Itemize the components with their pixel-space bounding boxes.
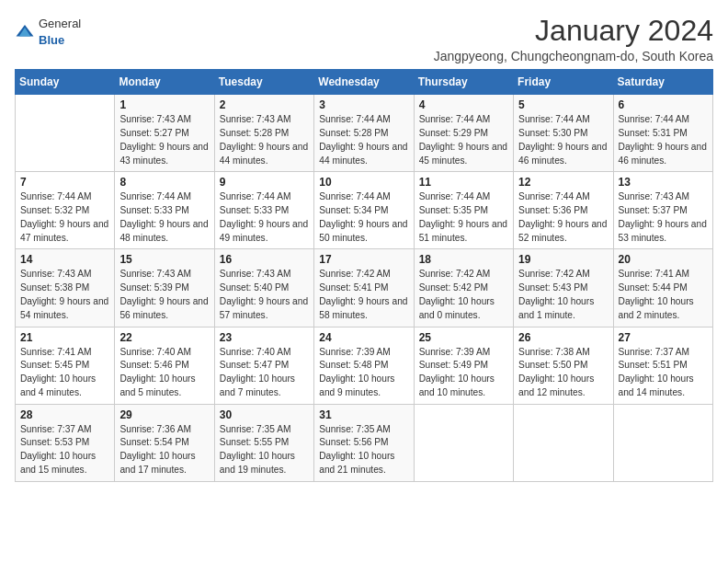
day-number: 1 [119, 98, 209, 111]
calendar-cell: 25Sunrise: 7:39 AM Sunset: 5:49 PM Dayli… [414, 327, 513, 404]
day-number: 3 [319, 98, 408, 111]
weekday-tuesday: Tuesday [214, 70, 313, 95]
calendar-header: SundayMondayTuesdayWednesdayThursdayFrid… [16, 70, 713, 95]
day-info: Sunrise: 7:40 AM Sunset: 5:46 PM Dayligh… [119, 346, 209, 400]
day-info: Sunrise: 7:37 AM Sunset: 5:51 PM Dayligh… [619, 346, 708, 400]
calendar-cell: 8Sunrise: 7:44 AM Sunset: 5:33 PM Daylig… [115, 172, 214, 249]
weekday-monday: Monday [115, 70, 214, 95]
calendar-cell: 1Sunrise: 7:43 AM Sunset: 5:27 PM Daylig… [115, 95, 214, 172]
day-number: 10 [319, 176, 408, 189]
day-number: 19 [518, 253, 608, 266]
day-number: 11 [419, 176, 508, 189]
calendar-cell: 31Sunrise: 7:35 AM Sunset: 5:56 PM Dayli… [314, 404, 414, 481]
day-info: Sunrise: 7:43 AM Sunset: 5:38 PM Dayligh… [20, 268, 109, 322]
day-number: 2 [220, 98, 309, 111]
calendar-cell: 10Sunrise: 7:44 AM Sunset: 5:34 PM Dayli… [314, 172, 414, 249]
week-row-1: 1Sunrise: 7:43 AM Sunset: 5:27 PM Daylig… [16, 95, 713, 172]
day-number: 13 [619, 176, 708, 189]
day-info: Sunrise: 7:44 AM Sunset: 5:32 PM Dayligh… [20, 190, 109, 245]
week-row-5: 28Sunrise: 7:37 AM Sunset: 5:53 PM Dayli… [16, 404, 713, 481]
calendar-cell: 27Sunrise: 7:37 AM Sunset: 5:51 PM Dayli… [613, 327, 712, 404]
calendar-cell [16, 95, 115, 172]
day-info: Sunrise: 7:35 AM Sunset: 5:55 PM Dayligh… [220, 423, 309, 477]
day-info: Sunrise: 7:44 AM Sunset: 5:28 PM Dayligh… [319, 113, 408, 167]
day-info: Sunrise: 7:41 AM Sunset: 5:45 PM Dayligh… [20, 346, 109, 400]
weekday-friday: Friday [514, 70, 613, 95]
month-title: January 2024 [434, 15, 713, 47]
logo-text-general: General [39, 17, 81, 30]
day-number: 18 [419, 253, 508, 266]
calendar-cell: 9Sunrise: 7:44 AM Sunset: 5:33 PM Daylig… [214, 172, 313, 249]
day-info: Sunrise: 7:35 AM Sunset: 5:56 PM Dayligh… [319, 423, 408, 477]
logo: General Blue [15, 15, 81, 48]
day-info: Sunrise: 7:37 AM Sunset: 5:53 PM Dayligh… [20, 423, 109, 477]
calendar-cell: 4Sunrise: 7:44 AM Sunset: 5:29 PM Daylig… [414, 95, 513, 172]
calendar-cell: 28Sunrise: 7:37 AM Sunset: 5:53 PM Dayli… [16, 404, 115, 481]
calendar-cell: 13Sunrise: 7:43 AM Sunset: 5:37 PM Dayli… [613, 172, 712, 249]
weekday-wednesday: Wednesday [314, 70, 414, 95]
calendar-cell: 7Sunrise: 7:44 AM Sunset: 5:32 PM Daylig… [16, 172, 115, 249]
calendar-cell: 2Sunrise: 7:43 AM Sunset: 5:28 PM Daylig… [214, 95, 313, 172]
weekday-header-row: SundayMondayTuesdayWednesdayThursdayFrid… [16, 70, 713, 95]
title-block: January 2024 Jangpyeong, Chungcheongnam-… [434, 15, 713, 63]
calendar-cell: 30Sunrise: 7:35 AM Sunset: 5:55 PM Dayli… [214, 404, 313, 481]
day-number: 30 [220, 408, 309, 421]
day-number: 7 [20, 176, 109, 189]
day-info: Sunrise: 7:43 AM Sunset: 5:39 PM Dayligh… [119, 268, 209, 322]
weekday-thursday: Thursday [414, 70, 513, 95]
day-info: Sunrise: 7:42 AM Sunset: 5:43 PM Dayligh… [518, 268, 608, 322]
day-info: Sunrise: 7:38 AM Sunset: 5:50 PM Dayligh… [518, 346, 608, 400]
weekday-saturday: Saturday [613, 70, 712, 95]
day-info: Sunrise: 7:44 AM Sunset: 5:30 PM Dayligh… [518, 113, 608, 167]
day-info: Sunrise: 7:40 AM Sunset: 5:47 PM Dayligh… [220, 346, 309, 400]
calendar-cell: 19Sunrise: 7:42 AM Sunset: 5:43 PM Dayli… [514, 249, 613, 327]
day-number: 26 [518, 331, 608, 344]
day-number: 9 [220, 176, 309, 189]
calendar-cell: 18Sunrise: 7:42 AM Sunset: 5:42 PM Dayli… [414, 249, 513, 327]
day-info: Sunrise: 7:43 AM Sunset: 5:28 PM Dayligh… [220, 113, 309, 167]
day-number: 28 [20, 408, 109, 421]
logo-icon [15, 23, 35, 40]
page-header: General Blue January 2024 Jangpyeong, Ch… [15, 15, 713, 63]
day-info: Sunrise: 7:39 AM Sunset: 5:49 PM Dayligh… [419, 346, 508, 400]
day-info: Sunrise: 7:44 AM Sunset: 5:29 PM Dayligh… [419, 113, 508, 167]
calendar-cell: 5Sunrise: 7:44 AM Sunset: 5:30 PM Daylig… [514, 95, 613, 172]
calendar-cell: 6Sunrise: 7:44 AM Sunset: 5:31 PM Daylig… [613, 95, 712, 172]
day-info: Sunrise: 7:39 AM Sunset: 5:48 PM Dayligh… [319, 346, 408, 400]
calendar-cell: 21Sunrise: 7:41 AM Sunset: 5:45 PM Dayli… [16, 327, 115, 404]
calendar-cell: 26Sunrise: 7:38 AM Sunset: 5:50 PM Dayli… [514, 327, 613, 404]
day-info: Sunrise: 7:44 AM Sunset: 5:35 PM Dayligh… [419, 190, 508, 245]
day-number: 21 [20, 331, 109, 344]
day-info: Sunrise: 7:36 AM Sunset: 5:54 PM Dayligh… [119, 423, 209, 477]
calendar-cell: 29Sunrise: 7:36 AM Sunset: 5:54 PM Dayli… [115, 404, 214, 481]
calendar-table: SundayMondayTuesdayWednesdayThursdayFrid… [15, 69, 713, 482]
calendar-cell: 14Sunrise: 7:43 AM Sunset: 5:38 PM Dayli… [16, 249, 115, 327]
day-info: Sunrise: 7:42 AM Sunset: 5:42 PM Dayligh… [419, 268, 508, 322]
day-number: 20 [619, 253, 708, 266]
day-number: 14 [20, 253, 109, 266]
calendar-cell: 12Sunrise: 7:44 AM Sunset: 5:36 PM Dayli… [514, 172, 613, 249]
day-number: 17 [319, 253, 408, 266]
day-info: Sunrise: 7:41 AM Sunset: 5:44 PM Dayligh… [619, 268, 708, 322]
day-number: 12 [518, 176, 608, 189]
calendar-cell: 16Sunrise: 7:43 AM Sunset: 5:40 PM Dayli… [214, 249, 313, 327]
calendar-cell: 24Sunrise: 7:39 AM Sunset: 5:48 PM Dayli… [314, 327, 414, 404]
day-info: Sunrise: 7:42 AM Sunset: 5:41 PM Dayligh… [319, 268, 408, 322]
week-row-3: 14Sunrise: 7:43 AM Sunset: 5:38 PM Dayli… [16, 249, 713, 327]
day-number: 23 [220, 331, 309, 344]
calendar-cell: 22Sunrise: 7:40 AM Sunset: 5:46 PM Dayli… [115, 327, 214, 404]
calendar-cell: 3Sunrise: 7:44 AM Sunset: 5:28 PM Daylig… [314, 95, 414, 172]
weekday-sunday: Sunday [16, 70, 115, 95]
day-number: 29 [119, 408, 209, 421]
day-info: Sunrise: 7:43 AM Sunset: 5:27 PM Dayligh… [119, 113, 209, 167]
day-number: 6 [619, 98, 708, 111]
day-number: 31 [319, 408, 408, 421]
day-number: 24 [319, 331, 408, 344]
day-number: 16 [220, 253, 309, 266]
day-info: Sunrise: 7:43 AM Sunset: 5:37 PM Dayligh… [619, 190, 708, 245]
day-number: 22 [119, 331, 209, 344]
calendar-body: 1Sunrise: 7:43 AM Sunset: 5:27 PM Daylig… [16, 95, 713, 482]
day-number: 15 [119, 253, 209, 266]
calendar-cell: 11Sunrise: 7:44 AM Sunset: 5:35 PM Dayli… [414, 172, 513, 249]
calendar-cell: 20Sunrise: 7:41 AM Sunset: 5:44 PM Dayli… [613, 249, 712, 327]
